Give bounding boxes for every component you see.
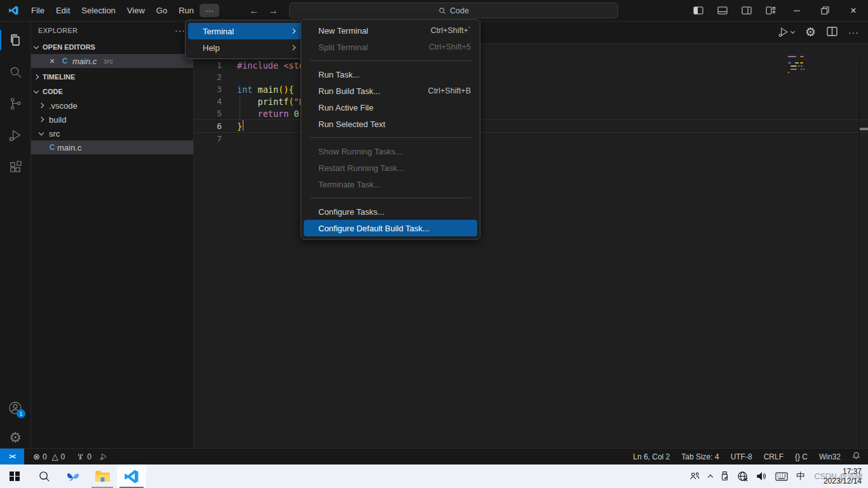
taskbar-app-butterfly[interactable] bbox=[58, 464, 88, 488]
errors-count: 0 bbox=[43, 452, 47, 461]
minimap-token bbox=[792, 62, 794, 64]
split-editor-icon[interactable] bbox=[827, 27, 837, 38]
open-editor-main-c[interactable]: × C main.c src bbox=[31, 54, 193, 68]
menu-item-configure-default-build-task[interactable]: Configure Default Build Task... bbox=[304, 220, 477, 236]
taskbar-file-explorer[interactable] bbox=[88, 464, 117, 488]
remote-indicator[interactable]: >< bbox=[0, 449, 24, 464]
menu-item-label: New Terminal bbox=[318, 26, 369, 36]
tree-item-mainc[interactable]: Cmain.c bbox=[31, 140, 193, 154]
line-text: } bbox=[237, 121, 242, 132]
command-center-search[interactable]: Code bbox=[289, 3, 618, 18]
line-text: printf("H bbox=[237, 97, 304, 107]
status-item-tab-size-4[interactable]: Tab Size: 4 bbox=[681, 452, 719, 461]
tray-date: 2023/12/14 bbox=[813, 477, 862, 486]
menu-item-configure-tasks[interactable]: Configure Tasks... bbox=[304, 203, 477, 220]
speaker-icon[interactable] bbox=[756, 471, 767, 481]
code-token: int bbox=[237, 85, 252, 95]
menu-item-label: Help bbox=[203, 43, 220, 53]
menubar-item-go[interactable]: Go bbox=[151, 4, 173, 17]
menubar-item-view[interactable]: View bbox=[121, 4, 151, 17]
run-debug-view-icon[interactable] bbox=[0, 121, 31, 149]
editor-settings-gear-icon[interactable]: ⚙ bbox=[805, 26, 816, 38]
open-editors-header[interactable]: OPEN EDITORS bbox=[31, 40, 193, 54]
taskbar-search-button[interactable] bbox=[29, 464, 58, 488]
code-token: printf bbox=[258, 97, 289, 107]
tree-item-vscode[interactable]: .vscode bbox=[31, 98, 193, 112]
menu-item-run-active-file[interactable]: Run Active File bbox=[304, 99, 477, 116]
accounts-icon[interactable]: 1 bbox=[0, 394, 31, 422]
menu-item-restart-running-task: Restart Running Task... bbox=[304, 159, 477, 176]
usb-device-icon[interactable] bbox=[721, 471, 729, 482]
toggle-panel-icon[interactable] bbox=[710, 0, 735, 21]
menubar-item-[interactable]: ··· bbox=[200, 4, 219, 17]
menu-item-terminal[interactable]: Terminal bbox=[188, 23, 301, 39]
explorer-more-actions[interactable]: ··· bbox=[175, 25, 186, 36]
status-item-win32[interactable]: Win32 bbox=[819, 452, 841, 461]
submenu-arrow-icon bbox=[290, 45, 295, 50]
tree-item-build[interactable]: build bbox=[31, 112, 193, 126]
taskbar-vscode[interactable] bbox=[117, 464, 146, 488]
c-file-icon: C bbox=[47, 143, 57, 152]
status-item--c[interactable]: {} C bbox=[795, 452, 808, 461]
code-line-4: 4 printf("H bbox=[194, 95, 868, 107]
minimap[interactable] bbox=[788, 56, 827, 78]
minimap-token bbox=[788, 56, 796, 57]
menubar-item-selection[interactable]: Selection bbox=[76, 4, 121, 17]
accounts-badge: 1 bbox=[17, 409, 25, 418]
ports-indicator[interactable]: 0 bbox=[72, 452, 95, 461]
ime-indicator[interactable]: 中 bbox=[796, 471, 805, 482]
toggle-secondary-sidebar-icon[interactable] bbox=[735, 0, 759, 21]
menu-item-run-build-task[interactable]: Run Build Task...Ctrl+Shift+B bbox=[304, 83, 477, 99]
editor-toolbar: ⚙ ··· bbox=[777, 26, 859, 39]
tray-clock[interactable]: 17:37 2023/12/14 CSDN @浩绪 bbox=[813, 467, 862, 486]
close-button[interactable]: × bbox=[839, 0, 868, 21]
timeline-header[interactable]: TIMELINE bbox=[31, 70, 193, 84]
status-item-ln-6-col-2[interactable]: Ln 6, Col 2 bbox=[633, 452, 670, 461]
minimize-button[interactable] bbox=[783, 0, 811, 21]
window-controls: × bbox=[686, 0, 868, 21]
tree-item-src[interactable]: src bbox=[31, 126, 193, 140]
menu-separator bbox=[310, 60, 471, 61]
explorer-view-icon[interactable] bbox=[0, 26, 31, 54]
run-c-file-button[interactable] bbox=[777, 26, 794, 39]
customize-layout-icon[interactable] bbox=[759, 0, 783, 21]
line-number: 3 bbox=[194, 85, 222, 94]
menubar-item-file[interactable]: File bbox=[25, 4, 50, 17]
menu-item-label: Configure Default Build Task... bbox=[318, 224, 430, 233]
menu-item-run-task[interactable]: Run Task... bbox=[304, 66, 477, 83]
extensions-view-icon[interactable] bbox=[0, 153, 31, 181]
people-icon[interactable] bbox=[689, 471, 700, 481]
menubar-item-edit[interactable]: Edit bbox=[50, 4, 76, 17]
notifications-bell-icon[interactable] bbox=[852, 451, 860, 462]
search-icon bbox=[438, 7, 446, 15]
source-control-icon[interactable] bbox=[0, 90, 31, 118]
touch-keyboard-icon[interactable] bbox=[775, 472, 788, 481]
restore-button[interactable] bbox=[811, 0, 839, 21]
status-item-utf-8[interactable]: UTF-8 bbox=[731, 452, 752, 461]
toggle-primary-sidebar-icon[interactable] bbox=[686, 0, 710, 21]
go-back-icon[interactable]: ← bbox=[249, 5, 259, 17]
tray-expand-chevron[interactable] bbox=[708, 475, 713, 480]
search-view-icon[interactable] bbox=[0, 58, 31, 86]
search-box-label: Code bbox=[450, 6, 469, 15]
debug-status-icon[interactable] bbox=[95, 452, 112, 461]
network-globe-icon[interactable] bbox=[737, 471, 748, 482]
menu-item-run-selected-text[interactable]: Run Selected Text bbox=[304, 116, 477, 132]
start-button[interactable] bbox=[0, 464, 29, 488]
menu-item-new-terminal[interactable]: New TerminalCtrl+Shift+` bbox=[304, 22, 477, 39]
menu-item-help[interactable]: Help bbox=[188, 39, 301, 56]
go-forward-icon[interactable]: → bbox=[268, 5, 278, 17]
editor-more-actions[interactable]: ··· bbox=[848, 27, 859, 37]
code-section-header[interactable]: CODE bbox=[31, 85, 193, 98]
code-token: return bbox=[258, 109, 289, 119]
minimap-token bbox=[790, 65, 797, 67]
status-item-crlf[interactable]: CRLF bbox=[764, 452, 783, 461]
close-editor-icon[interactable]: × bbox=[47, 56, 57, 66]
butterfly-app-icon bbox=[65, 469, 81, 484]
code-line-7: 7 bbox=[194, 133, 868, 145]
code-editor[interactable]: 1#include <std23int main(){4 printf("H5 … bbox=[194, 59, 868, 145]
menubar-item-run[interactable]: Run bbox=[173, 4, 200, 17]
minimap-token bbox=[800, 62, 803, 64]
file-tree: .vscodebuildsrcCmain.c bbox=[31, 98, 193, 154]
problems-indicator[interactable]: ⊗ 0 △ 0 bbox=[29, 452, 69, 461]
